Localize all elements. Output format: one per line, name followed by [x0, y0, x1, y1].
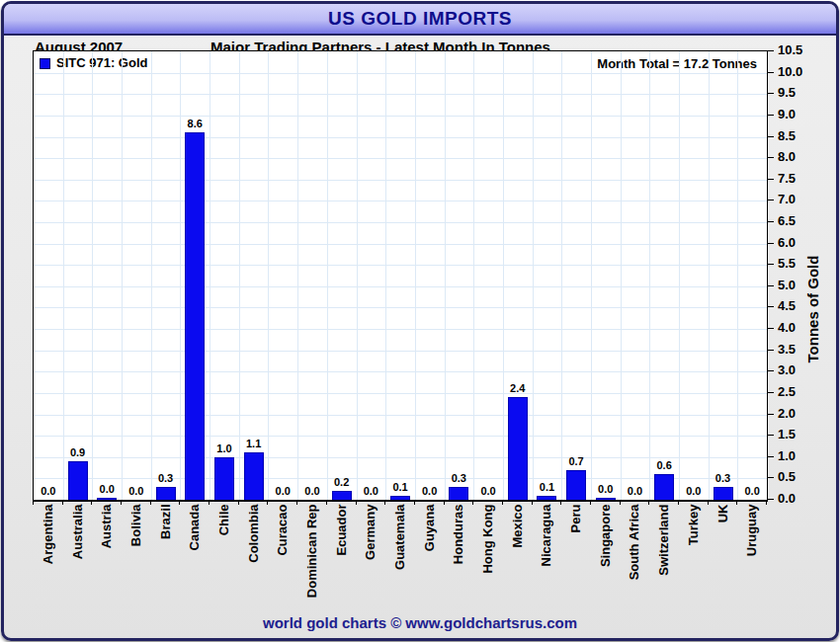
bar-value-label: 0.0 [268, 485, 297, 498]
x-tick-label: UK [714, 505, 729, 623]
v-gridline [473, 51, 474, 500]
x-axis-tick [620, 501, 621, 505]
bar [508, 397, 528, 500]
x-axis-tick [33, 501, 34, 505]
v-gridline [122, 51, 123, 500]
bar-value-label: 0.0 [34, 485, 63, 498]
x-tick-label: Ecuador [333, 505, 348, 623]
h-gridline [34, 73, 767, 74]
x-axis-tick [150, 501, 151, 505]
y-axis-tick [768, 115, 774, 116]
x-axis-tick [267, 501, 268, 505]
x-axis-tick [678, 501, 679, 505]
h-gridline [34, 137, 767, 138]
bar [97, 498, 117, 500]
y-tick-label: 4.5 [778, 298, 796, 314]
y-axis-tick [768, 285, 774, 286]
x-axis-tick [384, 501, 385, 505]
y-axis-tick [768, 221, 774, 222]
y-tick-label: 6.5 [778, 213, 796, 229]
v-gridline [533, 51, 534, 500]
x-axis-tick [121, 501, 122, 505]
v-gridline [649, 51, 650, 500]
x-tick-label: Mexico [509, 505, 524, 623]
bar [654, 474, 674, 500]
x-axis-tick [296, 501, 297, 505]
x-tick-label: Turkey [685, 505, 700, 623]
x-tick-label: Brazil [157, 505, 172, 623]
y-axis-tick [768, 456, 774, 457]
v-gridline [415, 51, 416, 500]
bar-value-label: 1.1 [239, 438, 269, 450]
h-gridline [34, 436, 767, 437]
v-gridline [151, 51, 152, 500]
x-axis-tick [62, 501, 63, 505]
y-tick-label: 4.0 [778, 320, 796, 336]
x-tick-label: Guyana [421, 505, 436, 623]
v-gridline [445, 51, 446, 500]
x-axis-tick [708, 501, 709, 505]
y-tick-label: 7.0 [778, 192, 796, 207]
y-axis-tick [768, 370, 774, 371]
y-axis-tick [768, 392, 774, 393]
h-gridline [34, 94, 767, 95]
x-tick-label: Germany [363, 505, 378, 623]
x-axis-tick [736, 501, 737, 505]
y-axis-title: Tonnes of Gold [804, 230, 822, 388]
y-axis-tick [768, 328, 774, 329]
bar-value-label: 0.3 [445, 472, 474, 485]
h-gridline [34, 244, 767, 245]
plot-area: SITC 971: Gold Month Total = 17.2 Tonnes… [33, 50, 768, 502]
bar-value-label: 0.0 [737, 485, 767, 498]
v-gridline [92, 51, 93, 500]
bar [596, 498, 616, 500]
bar-value-label: 0.1 [385, 481, 415, 494]
x-axis-tick [472, 501, 473, 505]
bar-value-label: 0.3 [709, 472, 738, 485]
y-tick-label: 2.5 [778, 384, 796, 400]
v-gridline [679, 51, 680, 500]
x-axis-tick [356, 501, 357, 505]
h-gridline [34, 371, 767, 372]
v-gridline [385, 51, 386, 500]
bar-value-label: 0.0 [122, 485, 151, 498]
x-tick-label: Dominican Rep [304, 505, 319, 623]
y-axis-tick [768, 264, 774, 265]
y-tick-label: 5.5 [778, 256, 796, 272]
chart-canvas: August 2007 Major Trading Partners - Lat… [4, 36, 836, 638]
x-tick-label: Curacao [275, 505, 290, 623]
x-tick-label: Honduras [451, 505, 465, 623]
h-gridline [34, 201, 767, 201]
legend-marker-icon [40, 58, 50, 69]
bar [390, 496, 410, 500]
page-title: US GOLD IMPORTS [4, 4, 836, 33]
v-gridline [357, 51, 358, 500]
x-tick-label: Switzerland [656, 505, 671, 623]
h-gridline [34, 307, 767, 308]
bar-value-label: 2.4 [503, 382, 533, 395]
bar-value-label: 0.6 [649, 459, 679, 472]
x-tick-label: Chile [215, 505, 230, 623]
x-tick-label: Austria [99, 505, 114, 623]
v-gridline [503, 51, 504, 500]
y-tick-label: 9.5 [778, 85, 796, 101]
legend-label: SITC 971: Gold [56, 57, 147, 69]
y-tick-label: 5.0 [778, 278, 796, 293]
legend: SITC 971: Gold [40, 57, 147, 69]
y-axis-tick [768, 179, 774, 180]
x-axis-tick [238, 501, 239, 505]
x-axis-tick [209, 501, 210, 505]
y-tick-label: 9.0 [778, 107, 796, 122]
x-axis-tick [532, 501, 533, 505]
x-tick-label: Colombia [245, 505, 260, 623]
x-tick-label: Australia [69, 505, 84, 623]
v-gridline [210, 51, 210, 500]
y-axis-tick [768, 93, 774, 94]
bar-value-label: 0.0 [473, 485, 503, 498]
x-axis-tick [326, 501, 327, 505]
h-gridline [34, 415, 767, 416]
bar-value-label: 0.0 [621, 485, 650, 498]
v-gridline [737, 51, 738, 500]
y-axis-tick [768, 306, 774, 307]
bar-value-label: 8.6 [180, 118, 210, 130]
